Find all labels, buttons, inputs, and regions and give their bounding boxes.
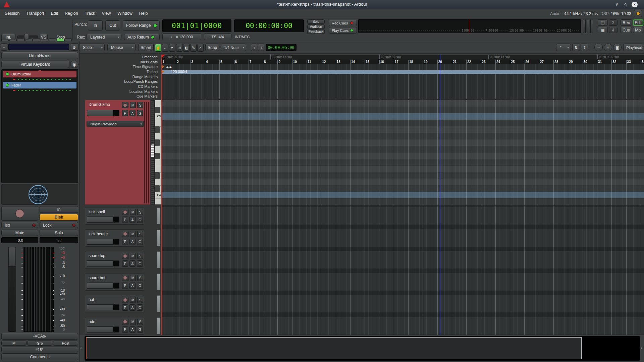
track-automation-button[interactable]: A (129, 326, 136, 333)
menu-track[interactable]: Track (82, 9, 99, 18)
midi-solo-button[interactable]: S (137, 102, 143, 108)
track-automation-button[interactable]: A (129, 304, 136, 311)
track-group-button[interactable]: G (137, 283, 143, 289)
track-gain-strip[interactable] (87, 217, 119, 223)
edit-mode-dropdown[interactable]: Slide▾ (79, 44, 105, 51)
track-scroll-handle[interactable] (157, 251, 160, 268)
summary-scroll-right-icon[interactable]: › (641, 345, 642, 350)
solo-lock-button[interactable]: Lock (40, 222, 78, 228)
meter-point-grp[interactable]: Grp (27, 341, 52, 346)
mouse-mode-dropdown[interactable]: Mouse▾ (107, 44, 136, 51)
track-mute-button[interactable]: M (130, 297, 136, 303)
black-key[interactable] (155, 126, 160, 133)
processor-active-led-icon[interactable] (6, 83, 9, 87)
panner-panel[interactable] (1, 184, 78, 205)
track-gain-strip[interactable] (87, 326, 119, 333)
track-gain-strip[interactable] (87, 260, 119, 266)
ruler-label-loop-punch-ranges[interactable]: Loop/Punch Ranges (79, 79, 160, 84)
track-playlist-button[interactable]: P (122, 239, 128, 245)
processor-fader[interactable]: Fader (3, 82, 76, 88)
menu-view[interactable]: View (98, 9, 114, 18)
tempo-button[interactable]: ♩ = 120.000 (162, 34, 201, 40)
play-cues-button[interactable]: Play Cues (329, 27, 357, 34)
track-gain-strip[interactable] (87, 304, 119, 310)
secondary-clock[interactable]: 00:00:00:00 (234, 19, 304, 32)
track-automation-button[interactable]: A (129, 239, 136, 245)
summary-view[interactable] (85, 336, 640, 361)
track-rec-enable-button[interactable] (122, 209, 128, 215)
status-led-button[interactable] (634, 10, 642, 17)
track-rec-enable-button[interactable] (122, 297, 128, 303)
track-gain-strip[interactable] (87, 283, 119, 289)
track-automation-button[interactable]: A (129, 217, 136, 223)
midi-channel-selector[interactable] (144, 102, 150, 203)
zoom-out-icon[interactable]: − (594, 44, 603, 51)
track-header-snare-top[interactable]: snare topMSPAG (85, 251, 144, 268)
track-mute-button[interactable]: M (130, 275, 136, 281)
processor-box[interactable]: DrumGizmoFader (1, 69, 78, 183)
timecode-ruler[interactable]: 00:00:00:0000:00:15:0000:00:30:0000:00:4… (161, 55, 644, 60)
ruler-label-cd-markers[interactable]: CD Markers (79, 84, 160, 89)
punch-in-button[interactable]: In (88, 20, 103, 31)
midi-rec-enable-button[interactable] (122, 102, 128, 108)
track-mute-button[interactable]: M (130, 253, 136, 259)
menu-transport[interactable]: Transport (23, 9, 47, 18)
strip-width-icon[interactable]: ↔ (1, 43, 7, 51)
zoom-in-icon[interactable]: + (604, 44, 612, 51)
bars-beats-ruler[interactable]: 1234567891011121314151617181920212223242… (161, 60, 644, 65)
editor-canvas[interactable]: 00:00:00:0000:00:15:0000:00:30:0000:00:4… (161, 55, 644, 335)
track-group-button[interactable]: G (137, 217, 143, 223)
time-signature-text[interactable]: 4/4 (166, 65, 171, 69)
black-key[interactable] (155, 185, 160, 192)
track-playlist-button[interactable]: P (122, 326, 128, 333)
track-group-button[interactable]: G (137, 260, 143, 267)
midi-group-button[interactable]: G (137, 110, 143, 116)
menu-help[interactable]: Help (136, 9, 151, 18)
nudge-clock[interactable]: 00:00:05:00 (266, 44, 297, 51)
cue-monitor-icon[interactable]: ▦ (598, 27, 608, 33)
time-signature-button[interactable]: TS: 4/4 (204, 34, 231, 40)
track-scroll-handle[interactable] (157, 317, 160, 334)
gain-display[interactable]: -0.0 (1, 237, 38, 243)
menu-region[interactable]: Region (61, 9, 82, 18)
gain-fader-handle[interactable] (9, 247, 15, 266)
track-scroll-handle[interactable] (157, 295, 160, 312)
minimize-icon[interactable]: ∨ (614, 2, 620, 7)
expand-tracks-icon[interactable]: ⇕ (581, 44, 588, 51)
nudge-forward-button[interactable]: › (258, 44, 264, 51)
track-scroll-handle[interactable] (157, 230, 160, 246)
vari-speed-button[interactable]: VS (40, 34, 48, 40)
solo-button[interactable]: Solo (40, 230, 78, 236)
strip-input-meter[interactable] (8, 44, 69, 50)
track-solo-button[interactable]: S (137, 231, 143, 237)
track-rec-enable-button[interactable] (122, 319, 128, 325)
track-header-hat[interactable]: hatMSPAG (85, 295, 144, 312)
rec-page-button[interactable]: Rec (621, 19, 632, 26)
ruler-label-tempo[interactable]: Tempo (79, 69, 160, 74)
tempo-bar[interactable] (161, 70, 644, 74)
ruler-labels[interactable]: TimecodeBars:BeatsTime SignatureTempoRan… (79, 55, 160, 99)
track-group-button[interactable]: G (137, 239, 143, 245)
comments-button[interactable]: Comments (1, 353, 78, 360)
strip-name-button[interactable]: DrumGizmo (1, 52, 78, 59)
black-key[interactable] (155, 172, 160, 179)
gain-fader[interactable] (8, 247, 16, 332)
grid-unit-dropdown[interactable]: 1/4 Note▾ (221, 44, 246, 51)
smart-mode-button[interactable]: Smart (138, 44, 154, 51)
solo-indicator-button[interactable]: Solo (307, 19, 325, 24)
black-key[interactable] (155, 153, 160, 160)
rec-mode-dropdown[interactable]: Layered▾ (87, 34, 121, 40)
mix-page-button[interactable]: Mix (633, 27, 643, 33)
monitor-input-button[interactable]: In (40, 206, 78, 213)
track-scroll-handle[interactable] (157, 207, 160, 224)
track-solo-button[interactable]: S (137, 297, 143, 303)
track-rec-enable-button[interactable] (122, 231, 128, 237)
track-playlist-button[interactable]: P (122, 283, 128, 289)
follow-range-button[interactable]: Follow Range (123, 20, 160, 31)
midi-track-header[interactable]: DrumGizmo M S P A G Plugin Provided▾ (85, 100, 150, 205)
audio-tracks-canvas[interactable] (161, 205, 644, 335)
menu-window[interactable]: Window (114, 9, 136, 18)
black-key[interactable] (155, 139, 160, 146)
auto-return-button[interactable]: Auto Return (124, 34, 160, 40)
monitor-disk-button[interactable]: Disk (40, 214, 78, 221)
